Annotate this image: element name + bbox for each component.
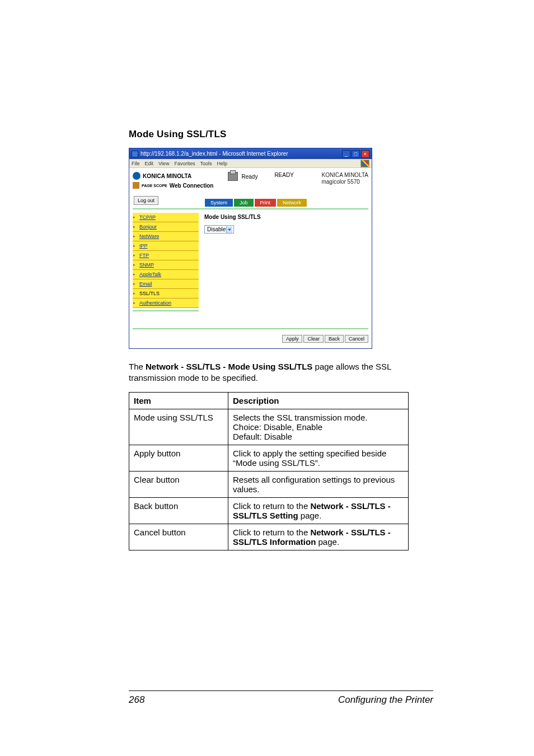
page-number: 268 [129,694,144,706]
sidebar-item-ftp[interactable]: ▸FTP [133,251,199,260]
cell-item: Back button [129,497,228,524]
sidebar-item-email[interactable]: ▸Email [133,279,199,289]
minimize-icon[interactable]: _ [342,150,350,158]
ie-icon [132,151,138,157]
table-row: Back button Click to return to the Netwo… [129,497,409,524]
menu-edit[interactable]: Edit [145,161,154,166]
table-row: Cancel button Click to return to the Net… [129,524,409,550]
running-title: Configuring the Printer [338,694,433,706]
sidebar-item-tcpip[interactable]: ▸TCP/IP [133,213,199,222]
cell-desc: Click to apply the setting specified bes… [228,445,409,471]
web-connection-label: Web Connection [170,183,214,189]
menu-tools[interactable]: Tools [200,161,212,166]
tab-job[interactable]: Job [234,199,254,207]
tab-print[interactable]: Print [255,199,277,207]
apply-button[interactable]: Apply [282,335,303,343]
window-title: http://192.168.1.2/a_index.html - Micros… [140,151,342,157]
table-row: Mode using SSL/TLS Selects the SSL trans… [129,409,409,445]
cell-desc: Click to return to the Network - SSL/TLS… [228,524,409,550]
divider-bottom [133,328,368,329]
description-table: Item Description Mode using SSL/TLS Sele… [129,392,409,550]
sidebar-divider [133,310,199,311]
window-titlebar: http://192.168.1.2/a_index.html - Micros… [129,148,372,159]
section-heading: Mode Using SSL/TLS [129,129,433,140]
clear-button[interactable]: Clear [303,335,324,343]
tab-bar: System Job Print Network [205,199,372,207]
sidebar-item-ssltls[interactable]: ▸SSL/TLS [133,289,199,298]
windows-flag-icon [360,160,369,167]
button-row: Apply Clear Back Cancel [282,335,368,343]
cell-desc: Click to return to the Network - SSL/TLS… [228,497,409,524]
cell-desc: Resets all configuration settings to pre… [228,471,409,497]
brand-label: KONICA MINOLTA [143,173,191,179]
intro-paragraph: The Network - SSL/TLS - Mode Using SSL/T… [129,361,433,384]
tab-network[interactable]: Network [277,199,307,207]
browser-menubar: File Edit View Favorites Tools Help [129,159,372,168]
logout-button[interactable]: Log out [134,196,158,205]
sidebar-item-appletalk[interactable]: ▸AppleTalk [133,270,199,279]
ready-label: Ready [241,174,257,180]
mode-select[interactable]: Disable [204,225,234,234]
menu-favorites[interactable]: Favorites [174,161,195,166]
page-body: KONICA MINOLTA PAGE SCOPE Web Connection… [129,169,372,348]
content-heading: Mode Using SSL/TLS [204,214,368,220]
sidebar-item-ipp[interactable]: ▸IPP [133,241,199,251]
cell-item: Mode using SSL/TLS [129,409,228,445]
cell-item: Clear button [129,471,228,497]
sidebar-item-bonjour[interactable]: ▸Bonjour [133,222,199,232]
maximize-icon[interactable]: □ [352,150,360,158]
table-row: Apply button Click to apply the setting … [129,445,409,471]
menu-help[interactable]: Help [217,161,227,166]
tab-system[interactable]: System [205,199,233,207]
status-text: READY [274,172,293,178]
table-row: Clear button Resets all configuration se… [129,471,409,497]
owner-line2: magicolor 5570 [321,179,368,185]
sidebar: ▸TCP/IP ▸Bonjour ▸NetWare ▸IPP ▸FTP ▸SNM… [133,213,199,311]
sidebar-item-snmp[interactable]: ▸SNMP [133,260,199,270]
page-footer: 268 Configuring the Printer [129,690,433,706]
menu-file[interactable]: File [132,161,140,166]
th-item: Item [129,392,228,409]
mode-select-value: Disable [207,226,226,232]
menu-view[interactable]: View [158,161,169,166]
pagescope-icon [133,182,139,189]
sidebar-item-authentication[interactable]: ▸Authentication [133,298,199,308]
cancel-button[interactable]: Cancel [345,335,368,343]
cell-desc: Selects the SSL transmission mode. Choic… [228,409,409,445]
browser-screenshot: http://192.168.1.2/a_index.html - Micros… [129,148,372,349]
konica-logo-icon [133,172,140,180]
sidebar-item-netware[interactable]: ▸NetWare [133,232,199,241]
back-button[interactable]: Back [325,335,344,343]
th-description: Description [228,392,409,409]
printer-icon [228,172,238,181]
pagescope-prefix: PAGE SCOPE [142,184,167,188]
content-area: Mode Using SSL/TLS Disable [204,213,368,311]
cell-item: Apply button [129,445,228,471]
owner-line1: KONICA MINOLTA [321,172,368,179]
cell-item: Cancel button [129,524,228,550]
chevron-down-icon [228,228,231,231]
close-icon[interactable]: × [361,150,369,158]
